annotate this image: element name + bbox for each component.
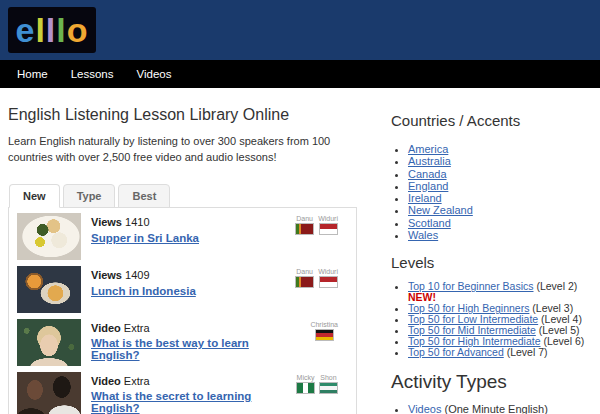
speaker-name: Widuri — [318, 215, 338, 222]
page-subtitle: Learn English naturally by listening to … — [8, 134, 352, 166]
levels-list: Top 10 for Beginner Basics (Level 2) NEW… — [391, 281, 595, 358]
indonesia-flag-icon — [319, 276, 338, 288]
lesson-meta-label: Video — [91, 375, 121, 387]
lesson-meta: Views 1409 — [91, 269, 196, 281]
lesson-meta-value: Extra — [124, 375, 150, 387]
link-top-50-for-advanced[interactable]: Top 50 for Advanced — [408, 346, 504, 358]
link-canada[interactable]: Canada — [408, 168, 447, 180]
speakers: DanuWiduri — [295, 213, 346, 235]
list-item: New Zealand — [408, 204, 595, 216]
sri-lanka-flag-icon — [295, 276, 314, 288]
lesson-meta-label: Views — [91, 216, 122, 228]
logo-letter: l — [46, 13, 56, 47]
indonesia-lunch-thumbnail[interactable] — [17, 266, 81, 313]
speakers: Christina — [310, 319, 346, 341]
sidebar: Countries / Accents AmericaAustraliaCana… — [391, 112, 595, 414]
tab-best[interactable]: Best — [118, 184, 170, 208]
lesson-meta: Video Extra — [91, 322, 300, 334]
list-item: Top 50 for Advanced (Level 7) — [408, 347, 595, 358]
tab-new[interactable]: New — [9, 184, 60, 208]
lesson-title-link[interactable]: Lunch in Indonesia — [91, 285, 196, 297]
list-item: Australia — [408, 155, 595, 167]
list-item: Videos (One Minute English) — [408, 403, 595, 414]
lesson-meta-label: Video — [91, 322, 121, 334]
nav-item-home[interactable]: Home — [12, 68, 53, 80]
sri-lanka-supper-thumbnail[interactable] — [17, 213, 81, 260]
lesson-title-link[interactable]: Supper in Sri Lanka — [91, 232, 199, 244]
logo-letter: o — [67, 13, 89, 47]
speaker-name: Christina — [310, 321, 338, 328]
lesson-meta-value: Extra — [124, 322, 150, 334]
link-wales[interactable]: Wales — [408, 229, 438, 241]
lesson-item: Views 1410 Supper in Sri Lanka DanuWidur… — [9, 210, 356, 263]
list-item: Scotland — [408, 217, 595, 229]
navbar: HomeLessonsVideos — [0, 60, 600, 88]
link-america[interactable]: America — [408, 143, 448, 155]
lesson-meta-value: 1410 — [125, 216, 149, 228]
link-england[interactable]: England — [408, 180, 448, 192]
lesson-list: Views 1410 Supper in Sri Lanka DanuWidur… — [9, 210, 356, 414]
list-item: England — [408, 180, 595, 192]
speaker: Widuri — [318, 215, 338, 235]
lesson-meta-label: Views — [91, 269, 122, 281]
list-item: Ireland — [408, 192, 595, 204]
lesson-item: Video Extra What is the best way to lear… — [9, 316, 356, 369]
page-title: English Listening Lesson Library Online — [8, 106, 357, 124]
countries-heading: Countries / Accents — [391, 112, 595, 129]
speaker: Micky — [296, 374, 315, 394]
link-scotland[interactable]: Scotland — [408, 217, 451, 229]
logo-letter: e — [15, 13, 35, 47]
logo-letter: l — [56, 13, 66, 47]
lesson-meta: Views 1410 — [91, 216, 199, 228]
levels-heading: Levels — [391, 254, 595, 271]
speaker: Danu — [295, 268, 314, 288]
nav-item-videos[interactable]: Videos — [132, 68, 177, 80]
site-header: elllo — [0, 0, 600, 60]
micky-shon-video-thumbnail[interactable] — [17, 372, 81, 414]
sri-lanka-flag-icon — [295, 223, 314, 235]
speaker-name: Shon — [320, 374, 336, 381]
lesson-item: Video Extra What is the secret to learni… — [9, 369, 356, 414]
link-new-zealand[interactable]: New Zealand — [408, 204, 473, 216]
list-item: America — [408, 143, 595, 155]
christina-video-thumbnail[interactable] — [17, 319, 81, 366]
suffix-text: (Level 2) — [534, 280, 578, 292]
link-ireland[interactable]: Ireland — [408, 192, 442, 204]
speaker-name: Widuri — [318, 268, 338, 275]
list-item: Top 10 for Beginner Basics (Level 2) NEW… — [408, 281, 595, 303]
lesson-title-link[interactable]: What is the best way to learn English? — [91, 337, 300, 361]
speakers: DanuWiduri — [295, 266, 346, 288]
lesson-meta: Video Extra — [91, 375, 286, 387]
activities-list: Videos (One Minute English)Views (Full A… — [391, 403, 595, 414]
indonesia-flag-icon — [319, 223, 338, 235]
lesson-text: Views 1409 Lunch in Indonesia — [91, 266, 196, 299]
sierra-leone-flag-icon — [319, 382, 338, 394]
tab-type[interactable]: Type — [63, 184, 116, 208]
countries-list: AmericaAustraliaCanadaEnglandIrelandNew … — [391, 143, 595, 241]
logo-letter: l — [35, 13, 45, 47]
speaker: Danu — [295, 215, 314, 235]
lesson-title-link[interactable]: What is the secret to learning English? — [91, 390, 286, 414]
list-item: Wales — [408, 229, 595, 241]
lesson-tabs: NewTypeBest — [8, 184, 357, 208]
speaker-name: Danu — [296, 268, 313, 275]
elllo-logo[interactable]: elllo — [8, 7, 96, 53]
link-videos[interactable]: Videos — [408, 403, 441, 414]
lesson-text: Video Extra What is the best way to lear… — [91, 319, 300, 363]
speaker-name: Danu — [296, 215, 313, 222]
lesson-panel: Views 1410 Supper in Sri Lanka DanuWidur… — [8, 208, 357, 414]
lesson-text: Views 1410 Supper in Sri Lanka — [91, 213, 199, 246]
list-item: Canada — [408, 168, 595, 180]
activity-types-heading: Activity Types — [391, 371, 595, 393]
speaker: Widuri — [318, 268, 338, 288]
lesson-meta-value: 1409 — [125, 269, 149, 281]
lesson-text: Video Extra What is the secret to learni… — [91, 372, 286, 414]
link-australia[interactable]: Australia — [408, 155, 451, 167]
germany-flag-icon — [315, 329, 334, 341]
nav-item-lessons[interactable]: Lessons — [66, 68, 119, 80]
suffix-text: (One Minute English) — [441, 403, 547, 414]
speaker: Christina — [310, 321, 338, 341]
speaker: Shon — [319, 374, 338, 394]
main-content: English Listening Lesson Library Online … — [8, 100, 357, 414]
lesson-item: Views 1409 Lunch in Indonesia DanuWiduri — [9, 263, 356, 316]
